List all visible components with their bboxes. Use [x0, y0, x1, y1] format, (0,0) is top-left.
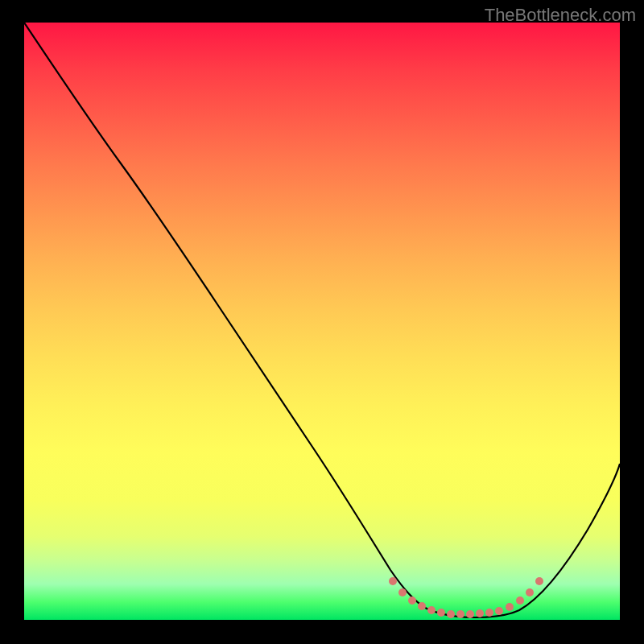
plot-area	[24, 23, 620, 620]
highlight-dots	[389, 577, 543, 618]
svg-point-6	[447, 610, 455, 618]
svg-point-15	[535, 577, 543, 585]
svg-point-3	[418, 602, 426, 610]
svg-point-14	[526, 588, 534, 597]
svg-point-13	[516, 597, 524, 605]
svg-point-5	[437, 609, 445, 617]
svg-point-4	[427, 606, 436, 614]
svg-point-1	[398, 588, 407, 597]
svg-point-12	[506, 603, 514, 611]
svg-point-8	[466, 610, 474, 618]
svg-point-11	[495, 607, 503, 615]
watermark-text: TheBottleneck.com	[485, 5, 636, 26]
svg-point-7	[456, 610, 464, 618]
chart-container: TheBottleneck.com	[0, 0, 644, 644]
svg-point-2	[408, 597, 416, 605]
main-curve	[24, 23, 620, 617]
chart-svg	[24, 23, 620, 620]
svg-point-10	[485, 609, 493, 617]
svg-point-0	[389, 577, 397, 585]
svg-point-9	[476, 609, 484, 617]
